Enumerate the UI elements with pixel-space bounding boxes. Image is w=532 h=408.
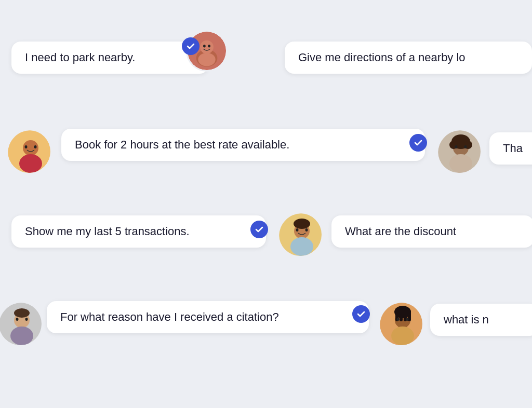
chat-bubble-citation: For what reason have I received a citati…	[47, 301, 369, 333]
svg-point-28	[14, 308, 30, 318]
svg-point-9	[25, 145, 28, 148]
svg-point-18	[464, 145, 467, 148]
checkmark-3	[409, 134, 427, 152]
avatar-woman-2	[6, 129, 52, 174]
svg-point-24	[305, 228, 308, 232]
svg-point-13	[449, 154, 472, 173]
svg-point-4	[203, 45, 206, 48]
svg-point-29	[16, 318, 19, 321]
checkmark-5	[250, 221, 268, 238]
chat-bubble-discount: What are the discount	[331, 215, 532, 248]
svg-point-5	[208, 45, 210, 48]
svg-point-39	[397, 318, 400, 321]
chat-bubble-book: Book for 2 hours at the best rate availa…	[61, 129, 425, 161]
chat-bubble-park: I need to park nearby.	[11, 42, 209, 74]
svg-point-33	[391, 327, 414, 345]
checkmark-7	[352, 305, 370, 323]
svg-point-30	[25, 318, 28, 321]
svg-point-3	[198, 53, 215, 66]
svg-point-40	[406, 318, 409, 321]
avatar-man-1	[0, 301, 43, 347]
svg-point-2	[200, 40, 214, 54]
svg-point-8	[19, 154, 42, 173]
avatar-woman-7	[378, 301, 424, 347]
svg-point-22	[294, 219, 310, 229]
svg-point-21	[290, 237, 313, 256]
chat-bubble-directions: Give me directions of a nearby lo	[285, 42, 532, 74]
avatar-woman-5	[277, 212, 323, 257]
checkmark-1	[182, 37, 200, 55]
svg-point-23	[296, 228, 299, 232]
svg-rect-36	[400, 309, 403, 321]
avatar-woman-3	[436, 129, 482, 174]
main-scene: I need to park nearby. Give me direction…	[0, 0, 532, 408]
chat-bubble-whatis: what is n	[430, 304, 532, 336]
svg-point-10	[34, 145, 37, 148]
svg-point-17	[455, 145, 458, 148]
chat-bubble-transactions: Show me my last 5 transactions.	[11, 215, 266, 248]
chat-bubble-tha: Tha	[489, 132, 532, 165]
svg-point-27	[10, 327, 33, 345]
